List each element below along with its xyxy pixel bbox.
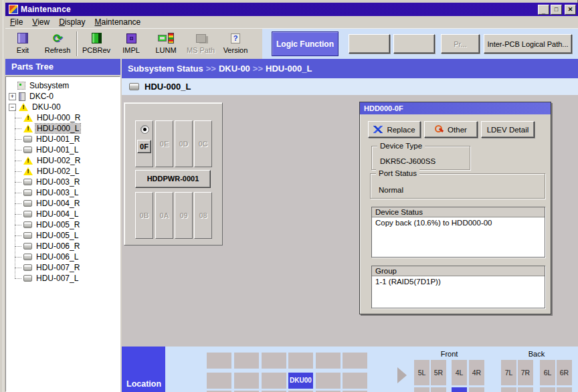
tree-item-hdu-002-l[interactable]: HDU-002_L: [9, 166, 118, 177]
tool-label: Refresh: [45, 46, 71, 54]
tree-item-hdu-005-l[interactable]: HDU-005_L: [9, 230, 118, 241]
toolbar-right-panel: Logic Function Pr... Inter-PCB Logical P…: [262, 29, 578, 59]
tree-item-label: DKU-00: [31, 102, 62, 112]
port-status-groupbox: Port Status Normal: [370, 173, 545, 199]
location-cell-7r[interactable]: 7R: [518, 360, 533, 385]
tree-item-hdu-003-l[interactable]: HDU-003_L: [9, 187, 118, 198]
expand-icon[interactable]: +: [9, 93, 16, 100]
disk-icon: [23, 200, 32, 207]
location-cell-6r[interactable]: 6R: [557, 360, 572, 385]
replace-button[interactable]: Replace: [368, 121, 421, 138]
tree-item-dkc-0[interactable]: + DKC-0: [9, 91, 118, 102]
version-button[interactable]: ? Version: [218, 29, 253, 59]
disk-icon: [23, 211, 32, 217]
logic-function-button[interactable]: Logic Function: [272, 31, 339, 56]
location-grid-cell: [501, 387, 516, 392]
content-area: 0F 0E 0D 0C HDDPWR-0001 0B 0A: [122, 95, 578, 347]
pcbrev-button[interactable]: PCBRev: [79, 29, 114, 59]
hddpwr-button[interactable]: HDDPWR-0001: [135, 170, 211, 188]
tree-item-hdu-001-r[interactable]: HDU-001_R: [9, 134, 118, 144]
tree-item-hdu-004-r[interactable]: HDU-004_R: [9, 198, 118, 209]
location-cell-6l[interactable]: 6L: [540, 360, 555, 385]
menu-maintenance[interactable]: Maintenance: [90, 17, 146, 27]
port-status-label: Port Status: [376, 169, 419, 177]
location-cell-4l[interactable]: 4L: [452, 360, 467, 385]
slot-0f-button[interactable]: 0F: [137, 140, 151, 153]
impl-button[interactable]: IMPL: [114, 29, 149, 59]
location-cell-dku00[interactable]: DKU00: [288, 373, 313, 389]
tree-item-hdu-000-r[interactable]: HDU-000_R: [9, 112, 118, 123]
tree-item-hdu-006-r[interactable]: HDU-006_R: [9, 241, 118, 252]
main-area: Subsystem Status>>DKU-00>>HDU-000_L HDU-…: [122, 59, 578, 392]
menubar: File View Display Maintenance: [5, 16, 578, 28]
location-grid-cell: [207, 373, 231, 389]
tree-item-hdu-001-l[interactable]: HDU-001_L: [9, 144, 118, 155]
close-button[interactable]: ✕: [565, 5, 576, 15]
tree-item-hdu-003-r[interactable]: HDU-003_R: [9, 177, 118, 187]
location-grid-cell: [557, 387, 572, 392]
dkc-board-icon: [19, 92, 25, 101]
lun-manager-icon: [158, 33, 174, 43]
port-status-value: Normal: [379, 186, 403, 194]
location-grid-cell: [316, 353, 341, 369]
window-title: Maintenance: [21, 5, 538, 14]
hdd-panel-title: HDD000-0F: [360, 102, 551, 114]
tree-item-label: HDU-005_L: [35, 231, 80, 240]
tree-item-hdu-005-r[interactable]: HDU-005_R: [9, 219, 118, 230]
device-status-label: Device Status: [372, 207, 545, 217]
slot-label: 0A: [156, 193, 173, 238]
tree-item-hdu-006-l[interactable]: HDU-006_L: [9, 252, 118, 262]
refresh-button[interactable]: ⟳ Refresh: [40, 29, 75, 59]
tool-label: LUNM: [155, 46, 176, 54]
toolbar: Exit ⟳ Refresh PCBRev IMPL LUNM MS Path: [5, 28, 578, 59]
slot-0f: 0F: [135, 120, 153, 167]
location-grid-cell: [234, 353, 259, 369]
tool-label: Exit: [17, 46, 29, 54]
slot-label: 0C: [195, 121, 211, 167]
breadcrumb-separator: >>: [250, 64, 266, 74]
maximize-icon: □: [555, 7, 558, 13]
ldev-detail-button[interactable]: LDEV Detail: [481, 121, 535, 138]
blank-button: [393, 34, 435, 54]
warning-icon: [23, 157, 33, 165]
exit-button[interactable]: Exit: [5, 29, 40, 59]
maximize-button[interactable]: □: [551, 5, 562, 15]
inter-pcb-logical-path-button[interactable]: Inter-PCB Logical Path...: [484, 34, 572, 54]
wrench-icon: [435, 125, 444, 134]
slot-label: 0B: [136, 193, 153, 238]
front-label: Front: [414, 350, 484, 358]
parts-tree: Subsystem + DKC-0 − DKU-00 HDU-000_R HD: [5, 76, 120, 392]
disk-icon: [23, 254, 32, 260]
tree-item-hdu-004-l[interactable]: HDU-004_L: [9, 209, 118, 219]
window-controls: _ □ ✕: [538, 5, 576, 15]
tree-item-hdu-007-r[interactable]: HDU-007_R: [9, 262, 118, 273]
location-grid-cell: [540, 387, 555, 392]
location-grid-cell: [316, 373, 341, 389]
location-cell-5r[interactable]: 5R: [431, 360, 446, 385]
menu-display[interactable]: Display: [54, 17, 90, 27]
menu-view[interactable]: View: [27, 17, 54, 27]
location-grid-cell: [234, 373, 259, 389]
other-button[interactable]: Other: [424, 121, 478, 138]
tool-label: Version: [223, 46, 248, 54]
lunm-button[interactable]: LUNM: [149, 29, 183, 59]
slot-0f-radio[interactable]: [140, 125, 149, 134]
maintenance-window: Maintenance _ □ ✕ File View Display Main…: [0, 0, 578, 392]
tree-item-label-selected: HDU-000_L: [35, 124, 80, 133]
tree-item-dku-00[interactable]: − DKU-00: [9, 102, 118, 112]
tree-item-hdu-007-l[interactable]: HDU-007_L: [9, 273, 118, 284]
back-label: Back: [501, 350, 572, 358]
tree-item-label: HDU-004_R: [35, 199, 81, 208]
minimize-button[interactable]: _: [538, 5, 549, 15]
menu-file[interactable]: File: [5, 17, 27, 27]
location-cell-7l[interactable]: 7L: [501, 360, 516, 385]
location-grid-cell: [207, 353, 231, 369]
tree-item-hdu-000-l[interactable]: HDU-000_L: [9, 123, 118, 134]
tree-item-hdu-002-r[interactable]: HDU-002_R: [9, 155, 118, 166]
toolbar-separator: [76, 31, 78, 56]
location-cell-5l[interactable]: 5L: [414, 360, 429, 385]
location-label: Location: [126, 379, 161, 389]
warning-icon: [23, 167, 33, 175]
location-cell-4r[interactable]: 4R: [469, 360, 484, 385]
tree-item-subsystem[interactable]: Subsystem: [9, 80, 118, 91]
